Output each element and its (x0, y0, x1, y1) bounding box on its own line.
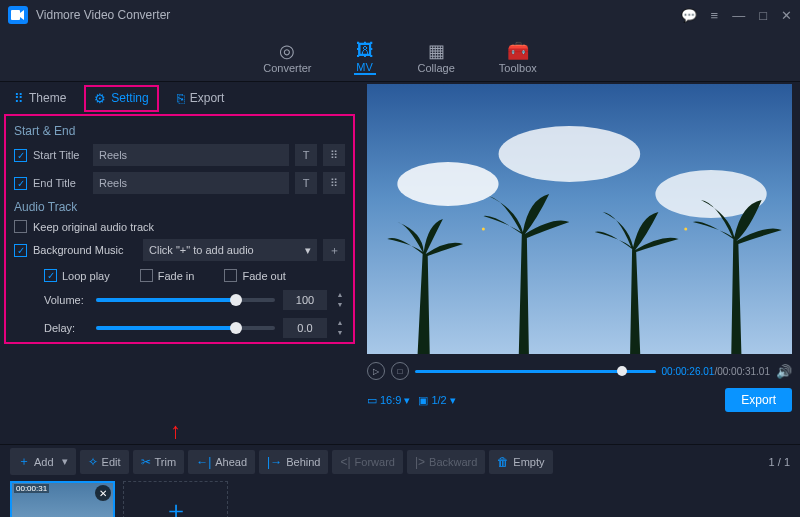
ahead-button[interactable]: ←|Ahead (188, 450, 255, 474)
app-logo (8, 6, 28, 24)
volume-label: Volume: (44, 294, 88, 306)
bg-music-label: Background Music (33, 244, 137, 256)
fadeout-checkbox[interactable] (224, 269, 237, 282)
bg-music-checkbox[interactable] (14, 244, 27, 257)
subtab-export-label: Export (190, 91, 225, 105)
remove-clip-icon[interactable]: ✕ (95, 485, 111, 501)
volume-up[interactable]: ▲ (335, 290, 345, 300)
keep-original-checkbox[interactable] (14, 220, 27, 233)
feedback-icon[interactable]: 💬 (681, 8, 697, 23)
add-clip-button[interactable]: ＋ (123, 481, 228, 517)
end-title-label: End Title (33, 177, 87, 189)
bg-music-placeholder: Click "+" to add audio (149, 244, 254, 256)
zoom-value: 1/2 (431, 394, 446, 406)
delay-up[interactable]: ▲ (335, 318, 345, 328)
tab-toolbox[interactable]: 🧰 Toolbox (497, 38, 539, 74)
end-title-checkbox[interactable] (14, 177, 27, 190)
ahead-icon: ←| (196, 455, 211, 469)
start-title-input[interactable] (93, 144, 289, 166)
keep-original-label: Keep original audio track (33, 221, 154, 233)
start-title-checkbox[interactable] (14, 149, 27, 162)
export-button[interactable]: Export (725, 388, 792, 412)
keep-original-row: Keep original audio track (14, 220, 345, 233)
ahead-label: Ahead (215, 456, 247, 468)
backward-icon: |> (415, 455, 425, 469)
collage-icon: ▦ (428, 42, 445, 60)
bg-music-dropdown[interactable]: Click "+" to add audio ▾ (143, 239, 317, 261)
empty-label: Empty (513, 456, 544, 468)
add-audio-button[interactable]: ＋ (323, 239, 345, 261)
scissors-icon: ✂ (141, 455, 151, 469)
volume-icon[interactable]: 🔊 (776, 364, 792, 379)
end-font-button[interactable]: T (295, 172, 317, 194)
fadein-label: Fade in (158, 270, 195, 282)
volume-down[interactable]: ▼ (335, 300, 345, 310)
delay-label: Delay: (44, 322, 88, 334)
time-total: /00:00:31.01 (714, 366, 770, 377)
menu-icon[interactable]: ≡ (711, 8, 719, 23)
svg-point-2 (499, 126, 641, 182)
app-title: Vidmore Video Converter (36, 8, 681, 22)
preview-panel: ▷ □ 00:00:26.01/00:00:31.01 🔊 ▭ 16:9 ▾ ▣… (361, 82, 800, 444)
forward-button[interactable]: <|Forward (332, 450, 402, 474)
end-title-input[interactable] (93, 172, 289, 194)
gear-icon: ⚙ (94, 91, 106, 106)
subtab-theme[interactable]: ⠿ Theme (14, 91, 66, 106)
seek-bar[interactable] (415, 370, 656, 373)
volume-slider[interactable] (96, 298, 275, 302)
behind-icon: |→ (267, 455, 282, 469)
chevron-down-icon: ▾ (450, 394, 456, 407)
delay-slider[interactable] (96, 326, 275, 330)
empty-button[interactable]: 🗑Empty (489, 450, 552, 474)
audio-heading: Audio Track (14, 200, 345, 214)
chevron-down-icon: ▾ (404, 394, 410, 407)
chevron-down-icon: ▾ (62, 455, 68, 468)
theme-icon: ⠿ (14, 91, 24, 106)
fadein-checkbox[interactable] (140, 269, 153, 282)
end-title-row: End Title T ⠿ (14, 172, 345, 194)
loop-checkbox[interactable] (44, 269, 57, 282)
stop-button[interactable]: □ (391, 362, 409, 380)
zoom-selector[interactable]: ▣ 1/2 ▾ (418, 394, 455, 407)
mv-icon: 🖼 (356, 41, 374, 59)
subtab-export[interactable]: ⎘ Export (177, 91, 225, 106)
add-label: Add (34, 456, 54, 468)
maximize-icon[interactable]: □ (759, 8, 767, 23)
tab-toolbox-label: Toolbox (499, 62, 537, 74)
edit-button[interactable]: ✧Edit (80, 450, 129, 474)
tab-mv[interactable]: 🖼 MV (354, 37, 376, 75)
subtab-setting[interactable]: ⚙ Setting (84, 85, 158, 112)
minimize-icon[interactable]: — (732, 8, 745, 23)
play-button[interactable]: ▷ (367, 362, 385, 380)
settings-panel: Start & End Start Title T ⠿ End Title T … (4, 114, 355, 344)
delay-value: 0.0 (283, 318, 327, 338)
tab-collage[interactable]: ▦ Collage (416, 38, 457, 74)
edit-label: Edit (102, 456, 121, 468)
start-options-button[interactable]: ⠿ (323, 144, 345, 166)
export-icon: ⎘ (177, 91, 185, 106)
trim-button[interactable]: ✂Trim (133, 450, 185, 474)
behind-button[interactable]: |→Behind (259, 450, 328, 474)
tab-converter[interactable]: ◎ Converter (261, 38, 313, 74)
wand-icon: ✧ (88, 455, 98, 469)
clip-thumbnail[interactable]: 00:00:31 ✕ ▷ 🔇 ★ ✂ (10, 481, 115, 517)
add-button[interactable]: ＋Add▾ (10, 448, 76, 475)
svg-point-1 (397, 162, 498, 206)
backward-button[interactable]: |>Backward (407, 450, 485, 474)
bg-music-row: Background Music Click "+" to add audio … (14, 239, 345, 261)
subtab-setting-label: Setting (111, 91, 148, 105)
video-preview[interactable] (367, 84, 792, 354)
end-options-button[interactable]: ⠿ (323, 172, 345, 194)
left-panel: ⠿ Theme ⚙ Setting ⎘ Export Start & End S… (0, 82, 361, 444)
time-display: 00:00:26.01/00:00:31.01 (662, 366, 770, 377)
fadeout-label: Fade out (242, 270, 285, 282)
time-current: 00:00:26.01 (662, 366, 715, 377)
sub-tab-bar: ⠿ Theme ⚙ Setting ⎘ Export (0, 82, 361, 114)
delay-down[interactable]: ▼ (335, 328, 345, 338)
aspect-ratio-selector[interactable]: ▭ 16:9 ▾ (367, 394, 410, 407)
forward-label: Forward (355, 456, 395, 468)
content-area: ⠿ Theme ⚙ Setting ⎘ Export Start & End S… (0, 82, 800, 444)
chevron-down-icon: ▾ (305, 244, 311, 257)
start-font-button[interactable]: T (295, 144, 317, 166)
close-icon[interactable]: ✕ (781, 8, 792, 23)
